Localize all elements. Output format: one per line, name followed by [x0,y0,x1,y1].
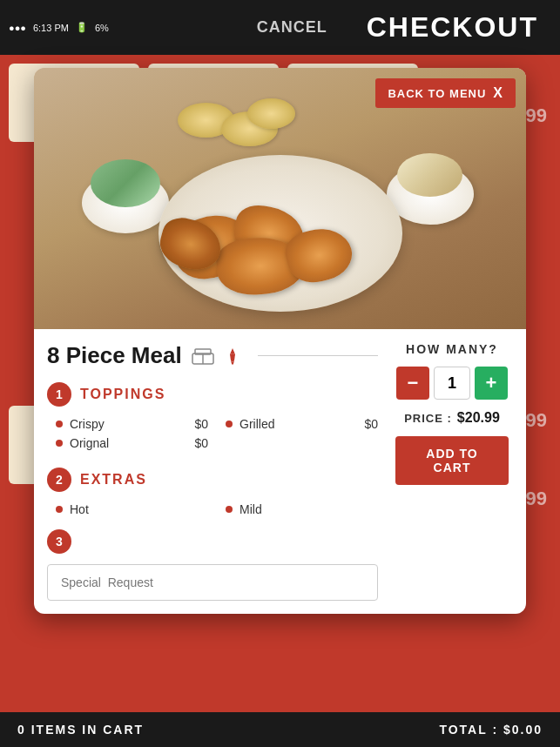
extras-number: 2 [47,468,71,492]
spice-icon [220,347,245,366]
special-request-header: 3 [47,529,378,554]
extras-header: 2 EXTRAS [47,468,378,492]
how-many-label: HOW MANY? [406,342,498,356]
title-divider [258,355,378,356]
add-to-cart-button[interactable]: ADD TO CART [395,436,509,485]
toppings-title: TOPPINGS [80,387,165,402]
extras-title: EXTRAS [80,472,147,488]
quantity-controls: − 1 + [396,367,508,400]
signal-icon: ●●● [9,23,26,33]
extra-hot[interactable]: Hot [56,502,208,516]
total-display: TOTAL : $0.00 [439,723,543,737]
topping-crispy-name: Crispy [70,417,105,431]
topping-grilled-price: $0 [364,417,378,431]
topping-crispy[interactable]: Crispy $0 [56,417,208,431]
meal-icons [191,347,245,366]
extra-mild[interactable]: Mild [226,502,378,516]
topping-grilled-name: Grilled [240,417,274,431]
extra-mild-name: Mild [240,502,262,516]
toppings-grid: Crispy $0 Grilled $0 Orignal $0 [47,417,378,450]
topping-grilled-dot [226,421,233,427]
items-in-cart-label: ITEMS IN CART [31,723,144,737]
toppings-number: 1 [47,382,71,407]
checkout-button[interactable]: CHECKOUT [345,0,560,55]
back-to-menu-label: BACK TO MENU [388,87,486,100]
topping-orignal-dot [56,440,63,447]
topping-crispy-price: $0 [194,417,208,431]
back-to-menu-button[interactable]: BACK TO MENU X [375,78,516,108]
extras-grid: Hot Mild [47,502,378,516]
topping-grilled[interactable]: Grilled $0 [226,417,378,431]
cancel-button[interactable]: CANCEL [240,0,345,55]
special-request-number: 3 [47,529,71,554]
biscuit-3 [247,98,295,129]
extra-mild-dot [226,506,233,513]
meal-title-text: 8 Piece Meal [47,342,182,369]
item-detail-modal: BACK TO MENU X 8 Piece Meal [34,68,526,614]
modal-overlay: BACK TO MENU X 8 Piece Meal [0,55,560,712]
extras-section: 2 EXTRAS Hot Mild [47,468,378,516]
topping-orignal[interactable]: Orignal $0 [56,436,208,450]
food-image: BACK TO MENU X [34,68,526,329]
bowl-coleslaw [82,172,169,233]
extra-hot-dot [56,506,63,513]
time-display: 6:13 PM [33,23,69,33]
total-label-text: TOTAL : [439,723,498,737]
close-icon: X [493,85,503,101]
right-section: HOW MANY? − 1 + PRICE : $20.99 ADD TO CA… [391,342,513,601]
items-count: 0 [17,723,26,737]
status-bar: ●●● 6:13 PM 🔋 6% [0,0,109,55]
topping-crispy-dot [56,421,63,427]
price-label: PRICE : [404,412,452,425]
quantity-decrease-button[interactable]: − [396,367,429,400]
left-section: 8 Piece Meal [47,342,378,601]
quantity-increase-button[interactable]: + [475,367,508,400]
meal-title-row: 8 Piece Meal [47,342,378,369]
meal-box-icon [191,347,215,366]
extra-hot-name: Hot [70,502,89,516]
top-bar: ●●● 6:13 PM 🔋 6% CANCEL CHECKOUT [0,0,560,55]
special-request-section: 3 [47,529,378,601]
topping-orignal-price: $0 [194,436,208,450]
toppings-header: 1 TOPPINGS [47,382,378,407]
price-value: $20.99 [457,410,500,426]
battery-icon: 🔋 [76,22,88,33]
bottom-bar: 0 ITEMS IN CART TOTAL : $0.00 [0,712,560,747]
items-in-cart: 0 ITEMS IN CART [17,723,144,737]
total-value: $0.00 [503,723,543,737]
special-request-input[interactable] [47,564,378,601]
battery-percent: 6% [95,23,109,33]
modal-body: 8 Piece Meal [34,329,526,614]
price-row: PRICE : $20.99 [404,410,500,426]
topping-orignal-name: Orignal [70,436,109,450]
quantity-display: 1 [434,367,470,400]
bowl-mashed-potato [387,164,474,225]
